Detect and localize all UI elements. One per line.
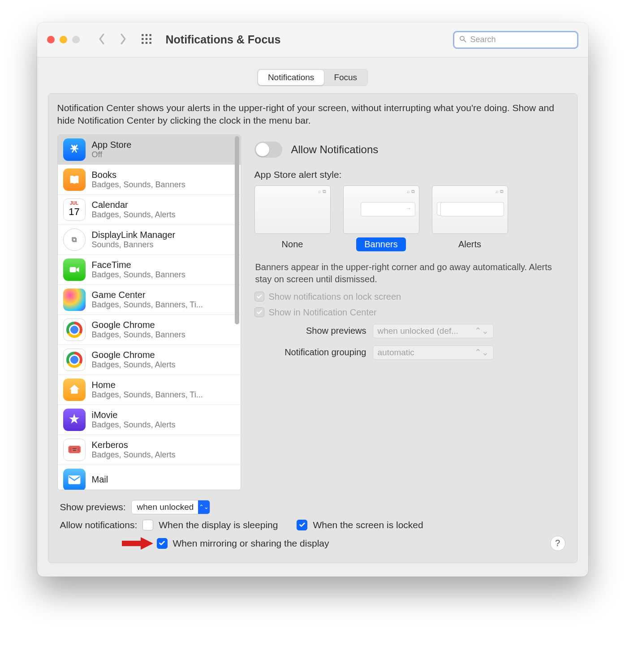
segmented-control: Notifications Focus — [257, 69, 368, 86]
svg-rect-6 — [142, 42, 143, 43]
app-store-icon — [63, 138, 86, 161]
svg-rect-7 — [145, 42, 147, 43]
screen-locked-checkbox[interactable] — [297, 520, 307, 530]
show-previews-select[interactable]: when unlocked (def... ⌃⌄ — [373, 324, 494, 338]
app-name: Google Chrome — [92, 320, 185, 330]
tab-notifications[interactable]: Notifications — [258, 70, 324, 85]
svg-rect-8 — [149, 42, 151, 43]
app-name: Mail — [92, 474, 108, 485]
app-subtitle: Badges, Sounds, Banners, Ti... — [92, 300, 203, 310]
app-list-row[interactable]: FaceTimeBadges, Sounds, Banners — [58, 255, 241, 285]
global-show-previews-select[interactable]: when unlocked ⌃⌄ — [131, 500, 211, 514]
app-subtitle: Badges, Sounds, Banners, Ti... — [92, 390, 203, 400]
screen-locked-label: When the screen is locked — [313, 520, 423, 530]
app-list-row[interactable]: Google ChromeBadges, Sounds, Banners — [58, 315, 241, 345]
app-subtitle: Badges, Sounds, Banners — [92, 330, 185, 340]
app-subtitle: Badges, Sounds, Alerts — [92, 420, 176, 430]
app-list-row[interactable]: iMovieBadges, Sounds, Alerts — [58, 405, 241, 435]
alert-style-none-thumb[interactable]: ⌕ ⧉ — [254, 185, 331, 234]
notification-grouping-select[interactable]: automatic ⌃⌄ — [373, 345, 494, 360]
game-center-icon — [63, 289, 86, 311]
svg-rect-3 — [142, 38, 143, 39]
search-field[interactable] — [453, 31, 578, 49]
alert-style-banners-thumb[interactable]: ⌕ ⧉ — [343, 185, 419, 234]
app-list-row[interactable]: Google ChromeBadges, Sounds, Alerts — [58, 345, 241, 375]
global-show-previews-label: Show previews: — [60, 502, 126, 513]
alert-style-alerts-thumb[interactable]: ⌕ ⧉ — [432, 185, 508, 234]
notification-grouping-value: automatic — [378, 348, 414, 358]
show-previews-label: Show previews — [254, 326, 366, 336]
app-list-row[interactable]: BooksBadges, Sounds, Banners — [58, 165, 241, 195]
app-name: FaceTime — [92, 260, 185, 270]
search-input[interactable] — [470, 35, 560, 44]
app-subtitle: Sounds, Banners — [92, 240, 176, 250]
alert-style-alerts-label[interactable]: Alerts — [450, 237, 489, 251]
app-subtitle: Badges, Sounds, Banners — [92, 270, 185, 280]
app-list-row[interactable]: ⧉DisplayLink ManagerSounds, Banners — [58, 225, 241, 255]
alert-style-none-label[interactable]: None — [274, 237, 311, 251]
allow-notifications-label: Allow notifications: — [60, 520, 138, 530]
help-button[interactable]: ? — [550, 536, 565, 551]
app-name: App Store — [92, 140, 132, 150]
chrome-icon — [63, 349, 86, 371]
displaylink-icon: ⧉ — [63, 228, 86, 251]
tab-focus[interactable]: Focus — [324, 70, 367, 85]
allow-notifications-toggle[interactable] — [254, 142, 282, 158]
app-list-row[interactable]: JUL17CalendarBadges, Sounds, Alerts — [58, 195, 241, 225]
chrome-icon — [63, 319, 86, 341]
svg-point-9 — [460, 36, 464, 40]
app-subtitle: Badges, Sounds, Alerts — [92, 210, 176, 220]
app-name: DisplayLink Manager — [92, 230, 176, 240]
show-previews-value: when unlocked (def... — [378, 326, 459, 336]
minimize-window-button[interactable] — [60, 36, 67, 43]
forward-button[interactable] — [119, 33, 127, 47]
svg-marker-13 — [122, 537, 153, 550]
notification-grouping-label: Notification grouping — [254, 347, 366, 358]
mirroring-checkbox[interactable] — [157, 538, 168, 549]
alert-style-title: App Store alert style: — [254, 169, 566, 180]
facetime-icon — [63, 258, 86, 281]
close-window-button[interactable] — [47, 36, 55, 43]
app-name: Calendar — [92, 200, 176, 210]
app-subtitle: Off — [92, 150, 132, 159]
kerberos-icon — [63, 439, 86, 461]
svg-rect-11 — [69, 267, 76, 272]
allow-notifications-label: Allow Notifications — [291, 143, 379, 156]
app-list-row[interactable]: Game CenterBadges, Sounds, Banners, Ti..… — [58, 285, 241, 315]
lock-screen-label: Show notifications on lock screen — [269, 292, 401, 302]
notification-center-label: Show in Notification Center — [269, 307, 377, 318]
app-list-row[interactable]: KerberosBadges, Sounds, Alerts — [58, 435, 241, 465]
red-arrow-annotation — [122, 537, 153, 550]
app-name: Kerberos — [92, 440, 176, 450]
imovie-icon — [63, 409, 86, 431]
app-list-row[interactable]: App StoreOff — [58, 135, 241, 165]
app-subtitle: Badges, Sounds, Alerts — [92, 360, 176, 370]
calendar-icon: JUL17 — [63, 198, 86, 221]
updown-icon: ⌃⌄ — [198, 500, 210, 514]
notification-center-checkbox[interactable] — [254, 307, 264, 317]
lock-screen-checkbox[interactable] — [254, 292, 264, 302]
app-list-row[interactable]: HomeBadges, Sounds, Banners, Ti... — [58, 375, 241, 405]
search-icon — [459, 35, 467, 45]
preferences-window: Notifications & Focus Notifications Focu… — [37, 22, 588, 577]
bottom-controls: Show previews: when unlocked ⌃⌄ Allow no… — [57, 490, 568, 554]
content-area: Notifications Focus Notification Center … — [37, 57, 588, 577]
main-panel: Notification Center shows your alerts in… — [48, 93, 578, 563]
lock-screen-checkbox-row: Show notifications on lock screen — [253, 289, 566, 305]
alert-style-banners-label[interactable]: Banners — [356, 237, 406, 251]
books-icon — [63, 168, 86, 191]
svg-rect-5 — [149, 38, 151, 39]
scrollbar-thumb[interactable] — [235, 136, 239, 324]
mail-icon — [63, 469, 86, 490]
back-button[interactable] — [98, 33, 106, 47]
show-all-prefs-button[interactable] — [141, 33, 152, 47]
app-list-row[interactable]: Mail — [58, 465, 241, 490]
display-sleeping-label: When the display is sleeping — [159, 520, 278, 530]
window-title: Notifications & Focus — [166, 33, 281, 46]
zoom-window-button[interactable] — [72, 36, 80, 43]
display-sleeping-checkbox[interactable] — [142, 520, 153, 530]
app-name: Game Center — [92, 290, 203, 300]
app-name: Home — [92, 380, 203, 390]
app-list[interactable]: App StoreOffBooksBadges, Sounds, Banners… — [57, 134, 241, 490]
alert-style-description: Banners appear in the upper-right corner… — [253, 251, 566, 289]
